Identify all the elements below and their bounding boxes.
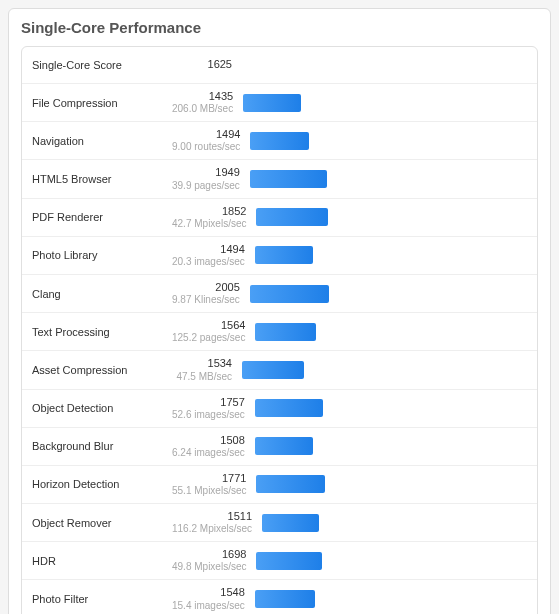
test-row: Background Blur15086.24 images/sec bbox=[22, 428, 537, 466]
test-unit: 20.3 images/sec bbox=[172, 256, 245, 268]
test-row: Photo Filter154815.4 images/sec bbox=[22, 580, 537, 614]
test-unit: 125.2 pages/sec bbox=[172, 332, 245, 344]
test-bar-col bbox=[255, 246, 527, 264]
test-unit: 116.2 Mpixels/sec bbox=[172, 523, 252, 535]
test-unit: 15.4 images/sec bbox=[172, 600, 245, 612]
test-bar bbox=[262, 514, 319, 532]
test-score-col: 185242.7 Mpixels/sec bbox=[172, 205, 256, 230]
single-core-panel: Single-Core Performance Single-Core Scor… bbox=[8, 8, 551, 614]
test-label: HTML5 Browser bbox=[32, 173, 172, 185]
test-unit: 52.6 images/sec bbox=[172, 409, 245, 421]
test-score-col: 1511116.2 Mpixels/sec bbox=[172, 510, 262, 535]
overall-row: Single-Core Score 1625 bbox=[22, 47, 537, 84]
test-bar-col bbox=[250, 132, 527, 150]
test-score: 1564 bbox=[172, 319, 245, 332]
overall-score: 1625 bbox=[172, 58, 232, 71]
test-row: Object Detection175752.6 images/sec bbox=[22, 390, 537, 428]
test-score: 1771 bbox=[172, 472, 246, 485]
tests-container: File Compression1435206.0 MB/secNavigati… bbox=[22, 84, 537, 614]
test-row: File Compression1435206.0 MB/sec bbox=[22, 84, 537, 122]
test-bar-col bbox=[262, 514, 527, 532]
test-label: Horizon Detection bbox=[32, 478, 172, 490]
test-label: Photo Filter bbox=[32, 593, 172, 605]
test-bar-col bbox=[255, 323, 527, 341]
test-bar bbox=[243, 94, 301, 112]
test-score: 1494 bbox=[172, 128, 240, 141]
test-score: 1534 bbox=[172, 357, 232, 370]
test-bar-col bbox=[250, 170, 527, 188]
test-label: Navigation bbox=[32, 135, 172, 147]
section-title: Single-Core Performance bbox=[21, 19, 538, 36]
test-row: Object Remover1511116.2 Mpixels/sec bbox=[22, 504, 537, 542]
test-label: Object Remover bbox=[32, 517, 172, 529]
test-label: Asset Compression bbox=[32, 364, 172, 376]
test-label: HDR bbox=[32, 555, 172, 567]
test-unit: 206.0 MB/sec bbox=[172, 103, 233, 115]
test-score: 1757 bbox=[172, 396, 245, 409]
test-score-col: 194939.9 pages/sec bbox=[172, 166, 250, 191]
test-bar bbox=[255, 590, 315, 608]
test-row: PDF Renderer185242.7 Mpixels/sec bbox=[22, 199, 537, 237]
test-row: Text Processing1564125.2 pages/sec bbox=[22, 313, 537, 351]
test-score: 1548 bbox=[172, 586, 245, 599]
test-bar bbox=[256, 552, 322, 570]
test-score-col: 154815.4 images/sec bbox=[172, 586, 255, 611]
test-label: File Compression bbox=[32, 97, 172, 109]
test-bar bbox=[256, 475, 324, 493]
test-bar-col bbox=[255, 590, 527, 608]
test-score-col: 1435206.0 MB/sec bbox=[172, 90, 243, 115]
test-bar bbox=[255, 437, 314, 455]
test-score-col: 20059.87 Klines/sec bbox=[172, 281, 250, 306]
test-row: Clang20059.87 Klines/sec bbox=[22, 275, 537, 313]
test-label: Object Detection bbox=[32, 402, 172, 414]
test-score: 1508 bbox=[172, 434, 245, 447]
test-score: 1435 bbox=[172, 90, 233, 103]
test-bar-col bbox=[250, 285, 527, 303]
test-bar bbox=[255, 246, 313, 264]
test-bar bbox=[255, 323, 316, 341]
test-row: Asset Compression153447.5 MB/sec bbox=[22, 351, 537, 389]
test-score: 1949 bbox=[172, 166, 240, 179]
test-label: PDF Renderer bbox=[32, 211, 172, 223]
test-bar bbox=[256, 208, 328, 226]
test-score-col: 1564125.2 pages/sec bbox=[172, 319, 255, 344]
test-bar bbox=[250, 132, 309, 150]
test-score-col: 175752.6 images/sec bbox=[172, 396, 255, 421]
test-row: Navigation14949.00 routes/sec bbox=[22, 122, 537, 160]
score-card: Single-Core Score 1625 File Compression1… bbox=[21, 46, 538, 614]
test-bar-col bbox=[256, 208, 527, 226]
test-score-col: 153447.5 MB/sec bbox=[172, 357, 242, 382]
test-unit: 55.1 Mpixels/sec bbox=[172, 485, 246, 497]
overall-label: Single-Core Score bbox=[32, 59, 172, 71]
test-score-col: 149420.3 images/sec bbox=[172, 243, 255, 268]
test-bar-col bbox=[242, 361, 527, 379]
test-unit: 9.87 Klines/sec bbox=[172, 294, 240, 306]
test-score: 1511 bbox=[172, 510, 252, 523]
test-unit: 47.5 MB/sec bbox=[172, 371, 232, 383]
test-bar bbox=[242, 361, 304, 379]
test-row: HDR169849.8 Mpixels/sec bbox=[22, 542, 537, 580]
test-row: Horizon Detection177155.1 Mpixels/sec bbox=[22, 466, 537, 504]
test-score: 2005 bbox=[172, 281, 240, 294]
test-bar-col bbox=[256, 475, 527, 493]
test-score: 1852 bbox=[172, 205, 246, 218]
test-row: HTML5 Browser194939.9 pages/sec bbox=[22, 160, 537, 198]
test-score: 1698 bbox=[172, 548, 246, 561]
test-score-col: 177155.1 Mpixels/sec bbox=[172, 472, 256, 497]
test-bar-col bbox=[243, 94, 527, 112]
test-label: Photo Library bbox=[32, 249, 172, 261]
test-unit: 39.9 pages/sec bbox=[172, 180, 240, 192]
test-bar-col bbox=[256, 552, 527, 570]
test-bar bbox=[255, 399, 323, 417]
overall-score-col: 1625 bbox=[172, 58, 242, 71]
test-row: Photo Library149420.3 images/sec bbox=[22, 237, 537, 275]
test-bar bbox=[250, 285, 329, 303]
overall-bar-col bbox=[242, 56, 527, 74]
test-score: 1494 bbox=[172, 243, 245, 256]
test-bar-col bbox=[255, 437, 527, 455]
test-unit: 49.8 Mpixels/sec bbox=[172, 561, 246, 573]
test-score-col: 169849.8 Mpixels/sec bbox=[172, 548, 256, 573]
test-label: Clang bbox=[32, 288, 172, 300]
test-bar-col bbox=[255, 399, 527, 417]
test-unit: 9.00 routes/sec bbox=[172, 141, 240, 153]
